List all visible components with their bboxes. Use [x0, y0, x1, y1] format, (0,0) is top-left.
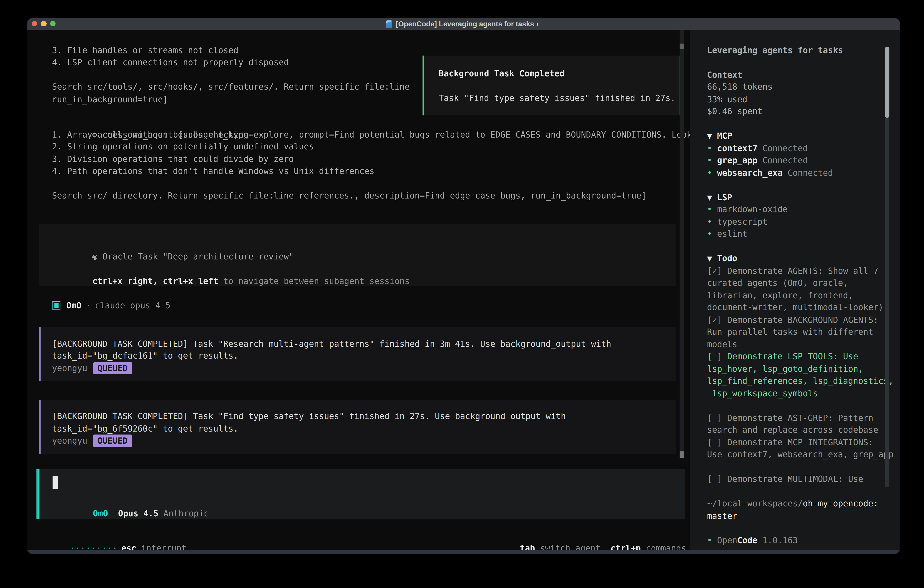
- task-card-line: task_id="bg_6f59260c" to get results.: [52, 423, 676, 435]
- tool-call-item: 3. Division operations that could divide…: [52, 153, 712, 165]
- todo-item: [✓] Demonstrate BACKGROUND AGENTS: Run p…: [707, 314, 878, 350]
- bullet-icon: •: [707, 534, 717, 547]
- todo-line: Run parallel tasks with different: [707, 326, 878, 338]
- bullet-icon: •: [707, 154, 717, 167]
- todo-line: search and replace across codebase: [707, 424, 878, 436]
- todo-heading: Todo: [717, 254, 738, 263]
- context-spent: $0.46 spent: [707, 105, 772, 117]
- toast-body: Task "Find type safety issues" finished …: [439, 92, 675, 104]
- status-badge: QUEUED: [93, 435, 132, 447]
- task-card-line: [BACKGROUND TASK COMPLETED] Task "Resear…: [52, 338, 676, 350]
- toast-title: Background Task Completed: [439, 67, 564, 79]
- oracle-session-icon: ◉: [92, 251, 102, 263]
- sidebar-scrollbar-track[interactable]: [885, 118, 889, 487]
- agent-square-icon: [52, 302, 61, 310]
- mcp-name: context7: [717, 143, 757, 153]
- titlebar: [OpenCode] Leveraging agents for tasks ◐: [26, 18, 900, 30]
- text-cursor: [53, 476, 58, 489]
- todo-line: [✓] Demonstrate AGENTS: Show all 7: [707, 265, 884, 277]
- workspace-repo: oh-my-opencode:: [803, 499, 878, 508]
- todo-line: models: [707, 338, 878, 350]
- input-agent-name: OmO: [93, 509, 108, 518]
- todo-line: librarian, explore, frontend,: [707, 289, 884, 302]
- task-card-line: task_id="bg_dcfac161" to get results.: [52, 350, 676, 362]
- workspace-path: ~/local-workspaces/: [707, 499, 803, 508]
- session-title: Leveraging agents for tasks: [707, 44, 843, 56]
- version-number: 1.0.163: [762, 535, 798, 545]
- scrollback-line: Search src/tools/, src/hooks/, src/featu…: [52, 81, 410, 93]
- main-scrollbar-thumb-top[interactable]: [680, 44, 684, 49]
- todo-line: curated agents (OmO, oracle,: [707, 277, 884, 289]
- version-name-bold: Code: [738, 535, 757, 545]
- todo-line: lsp_find_references, lsp_diagnostics,: [707, 375, 894, 387]
- zoom-window-button[interactable]: [50, 21, 56, 26]
- status-badge: QUEUED: [93, 362, 132, 374]
- lsp-name: typescript: [717, 217, 767, 226]
- bullet-icon: •: [707, 167, 717, 179]
- statusbar-right: tabswitch agentctrl+pcommands: [490, 530, 686, 542]
- mcp-name: grep_app: [717, 155, 757, 165]
- mcp-heading: MCP: [717, 131, 732, 140]
- opencode-window: [OpenCode] Leveraging agents for tasks ◐…: [26, 18, 900, 554]
- todo-line: [✓] Demonstrate BACKGROUND AGENTS:: [707, 314, 878, 326]
- bullet-icon: •: [707, 203, 717, 216]
- task-card-user: yeongyu: [52, 436, 87, 446]
- mcp-item: •websearch_exaConnected: [707, 167, 833, 179]
- agent-model: claude-opus-4-5: [95, 301, 170, 311]
- scrollback-line: 3. File handles or streams not closed: [52, 44, 289, 56]
- chevron-down-icon: ▼: [707, 254, 712, 263]
- task-card-line: [BACKGROUND TASK COMPLETED] Task "Find t…: [52, 410, 676, 423]
- oracle-hint-keys: ctrl+x right, ctrl+x left: [92, 276, 218, 286]
- main-scrollbar-thumb[interactable]: [680, 451, 684, 458]
- todo-line: Use context7, websearch_exa, grep_app: [707, 448, 894, 461]
- scrollback-line: 4. LSP client connections not properly d…: [52, 56, 289, 69]
- background-task-toast[interactable]: Background Task Completed Task "Find typ…: [422, 56, 681, 115]
- todo-line: [ ] Demonstrate AST-GREP: Pattern: [707, 412, 878, 424]
- context-heading: Context: [707, 69, 772, 81]
- sidebar-title-block: Leveraging agents for tasks: [707, 44, 843, 56]
- todo-section-header[interactable]: ▼ Todo: [707, 253, 738, 265]
- todo-line: [ ] Demonstrate LSP TOOLS: Use: [707, 350, 894, 363]
- scrollback-block-2: Search src/tools/, src/hooks/, src/featu…: [52, 81, 410, 106]
- lsp-item: •markdown-oxide: [707, 203, 788, 216]
- lsp-section-header[interactable]: ▼ LSP: [707, 191, 788, 203]
- input-provider-name: Anthropic: [163, 509, 209, 518]
- document-icon: [386, 20, 392, 28]
- statusbar-left: ·········escinterrupt: [40, 530, 186, 542]
- todo-section-header-block: ▼ Todo: [707, 253, 738, 265]
- input-model-name: Opus 4.5: [118, 509, 158, 518]
- workspace-block: ~/local-workspaces/oh-my-opencode: maste…: [707, 497, 878, 522]
- oracle-task-box[interactable]: ◉Oracle Task "Deep architecture review" …: [39, 224, 676, 286]
- scrollback-block-1: 3. File handles or streams not closed 4.…: [52, 44, 289, 69]
- lsp-name: eslint: [717, 229, 747, 238]
- task-card: [BACKGROUND TASK COMPLETED] Task "Find t…: [39, 400, 676, 453]
- todo-line: lsp_hover, lsp_goto_definition,: [707, 363, 894, 375]
- todo-item: [ ] Demonstrate MCP INTEGRATIONS: Use co…: [707, 436, 894, 461]
- main-scrollbar[interactable]: [680, 30, 684, 458]
- close-window-button[interactable]: [31, 21, 37, 26]
- lsp-section: ▼ LSP •markdown-oxide •typescript •eslin…: [707, 191, 788, 240]
- window-title: [OpenCode] Leveraging agents for tasks ◐: [396, 20, 540, 28]
- todo-line: lsp_workspace_symbols: [707, 387, 894, 400]
- todo-item: [ ] Demonstrate MULTIMODAL: Use: [707, 473, 863, 485]
- prompt-input[interactable]: OmOOpus 4.5Anthropic: [36, 469, 685, 519]
- bullet-icon: •: [707, 228, 717, 240]
- agent-header: OmO · claude-opus-4-5: [52, 299, 170, 312]
- lsp-name: markdown-oxide: [717, 205, 787, 214]
- minimize-window-button[interactable]: [41, 21, 46, 26]
- todo-item-active: [ ] Demonstrate LSP TOOLS: Use lsp_hover…: [707, 350, 894, 400]
- mcp-item: •context7Connected: [707, 142, 833, 154]
- todo-item: [✓] Demonstrate AGENTS: Show all 7 curat…: [707, 265, 884, 314]
- tool-call-tail: Search src/ directory. Return specific f…: [52, 190, 647, 202]
- window-bottom-edge: [26, 550, 900, 554]
- scrollback-line: run_in_background=true]: [52, 93, 410, 105]
- context-tokens: 66,518 tokens: [707, 81, 772, 93]
- bullet-icon: •: [707, 216, 717, 228]
- todo-line: [ ] Demonstrate MCP INTEGRATIONS:: [707, 436, 894, 448]
- mcp-section-header[interactable]: ▼ MCP: [707, 130, 833, 142]
- oracle-hint-text: to navigate between subagent sessions: [223, 276, 410, 286]
- sidebar-scrollbar-thumb[interactable]: [885, 46, 889, 118]
- model-row: OmOOpus 4.5Anthropic: [53, 495, 209, 507]
- tool-call-block: ⚙call_omo_agent [subagent_type=explore, …: [52, 116, 712, 177]
- mcp-item: •grep_appConnected: [707, 154, 833, 167]
